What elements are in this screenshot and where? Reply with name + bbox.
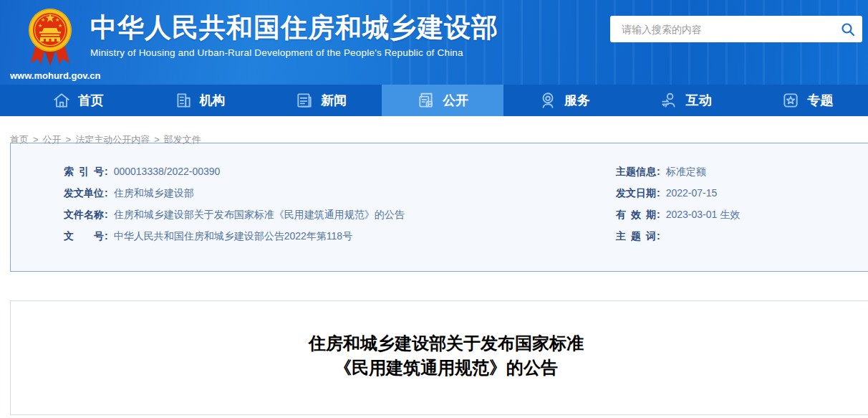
main-nav: 首页 机构 新闻 公开 (0, 85, 868, 116)
meta-row-index-number: 索引号:000013338/2022-00390 (64, 161, 616, 182)
meta-row-document-number: 文号:中华人民共和国住房和城乡建设部公告2022年第118号 (64, 225, 616, 247)
nav-item-interaction[interactable]: 互动 (625, 85, 747, 116)
nav-label: 互动 (685, 92, 711, 109)
meta-value: 2023-03-01 生效 (666, 209, 741, 220)
meta-label: 文号 (64, 225, 104, 247)
news-icon (295, 91, 314, 110)
nav-label: 专题 (807, 92, 833, 109)
svg-text:★: ★ (55, 17, 59, 22)
interaction-icon (660, 91, 678, 110)
breadcrumb-separator: > (66, 134, 72, 145)
meta-row-issuing-unit: 发文单位:住房和城乡建设部 (64, 182, 616, 204)
nav-label: 首页 (78, 92, 104, 109)
nav-label: 新闻 (321, 92, 347, 109)
site-header: ★ ★ ★ ★ www.mohurd.gov.cn 中华人民共和国住房和城乡建设… (0, 0, 868, 85)
breadcrumb-link-disclosure[interactable]: 公开 (43, 134, 62, 145)
meta-row-issue-date: 发文日期:2022-07-15 (616, 182, 868, 204)
site-logo[interactable]: ★ ★ ★ ★ www.mohurd.gov.cn (10, 3, 90, 81)
nav-item-home[interactable]: 首页 (17, 85, 139, 116)
document-meta-panel: 索引号:000013338/2022-00390 发文单位:住房和城乡建设部 文… (10, 143, 868, 272)
meta-row-topic-info: 主题信息:标准定额 (616, 161, 868, 182)
page: ★ ★ ★ ★ www.mohurd.gov.cn 中华人民共和国住房和城乡建设… (0, 0, 868, 418)
home-icon (52, 91, 71, 110)
search-input[interactable] (620, 23, 834, 36)
meta-colon: : (657, 209, 660, 220)
search-icon (841, 22, 855, 37)
meta-colon: : (657, 187, 660, 199)
meta-value: 标准定额 (666, 166, 706, 177)
breadcrumb-link-statutory-disclosure[interactable]: 法定主动公开内容 (75, 134, 150, 145)
meta-label: 发文日期 (616, 182, 656, 204)
meta-column-left: 索引号:000013338/2022-00390 发文单位:住房和城乡建设部 文… (11, 161, 616, 271)
meta-column-right: 主题信息:标准定额 发文日期:2022-07-15 有效期:2023-03-01… (616, 161, 868, 271)
meta-row-effective-date: 有效期:2023-03-01 生效 (616, 204, 868, 225)
meta-label: 主题词 (616, 225, 656, 247)
meta-colon: : (657, 166, 660, 177)
service-icon (539, 91, 557, 110)
nav-item-services[interactable]: 服务 (503, 85, 625, 116)
breadcrumb-link-home[interactable]: 首页 (10, 134, 29, 145)
topic-star-icon (781, 91, 800, 110)
svg-text:★: ★ (58, 23, 62, 28)
nav-label: 机构 (200, 92, 226, 109)
meta-label: 有效期 (616, 204, 656, 225)
nav-label: 公开 (443, 92, 468, 109)
document-title-line-1: 住房和城乡建设部关于发布国家标准 (11, 331, 868, 356)
breadcrumb-separator: > (154, 134, 160, 145)
site-title-block: 中华人民共和国住房和城乡建设部 Ministry of Housing and … (90, 11, 498, 58)
meta-row-document-name: 文件名称:住房和城乡建设部关于发布国家标准《民用建筑通用规范》的公告 (64, 204, 616, 225)
meta-value: 2022-07-15 (666, 187, 718, 199)
document-title-line-2: 《民用建筑通用规范》的公告 (11, 356, 868, 380)
breadcrumb-link-ministry-documents[interactable]: 部发文件 (164, 134, 201, 145)
meta-colon: : (657, 230, 660, 242)
disclosure-icon (417, 91, 435, 110)
meta-value: 000013338/2022-00390 (114, 166, 221, 177)
meta-label: 文件名称 (64, 204, 104, 225)
meta-label: 发文单位 (64, 182, 104, 204)
organization-icon (174, 91, 193, 110)
nav-item-disclosure[interactable]: 公开 (382, 85, 503, 116)
site-title: 中华人民共和国住房和城乡建设部 (90, 11, 498, 44)
nav-item-topics[interactable]: 专题 (746, 85, 868, 116)
document-content-panel: 住房和城乡建设部关于发布国家标准 《民用建筑通用规范》的公告 (10, 300, 868, 415)
search-box (610, 16, 862, 42)
national-emblem-icon: ★ ★ ★ ★ (26, 3, 74, 69)
meta-colon: : (105, 230, 108, 242)
svg-text:★: ★ (38, 23, 42, 28)
meta-value: 住房和城乡建设部关于发布国家标准《民用建筑通用规范》的公告 (114, 209, 405, 220)
meta-colon: : (105, 187, 108, 199)
meta-label: 主题信息 (616, 161, 656, 182)
breadcrumb-separator: > (33, 134, 39, 145)
meta-value: 中华人民共和国住房和城乡建设部公告2022年第118号 (114, 230, 352, 242)
meta-row-subject-words: 主题词: (616, 225, 868, 247)
site-url: www.mohurd.gov.cn (10, 70, 90, 81)
nav-label: 服务 (564, 92, 590, 109)
search-button[interactable] (834, 16, 862, 42)
breadcrumb: 首页>公开>法定主动公开内容>部发文件 (0, 116, 868, 143)
meta-value: 住房和城乡建设部 (114, 187, 194, 199)
meta-colon: : (105, 209, 108, 220)
meta-label: 索引号 (64, 161, 104, 182)
meta-colon: : (105, 166, 108, 177)
site-subtitle-en: Ministry of Housing and Urban-Rural Deve… (90, 47, 498, 58)
nav-item-organization[interactable]: 机构 (139, 85, 261, 116)
nav-item-news[interactable]: 新闻 (260, 85, 382, 116)
svg-text:★: ★ (41, 17, 45, 22)
